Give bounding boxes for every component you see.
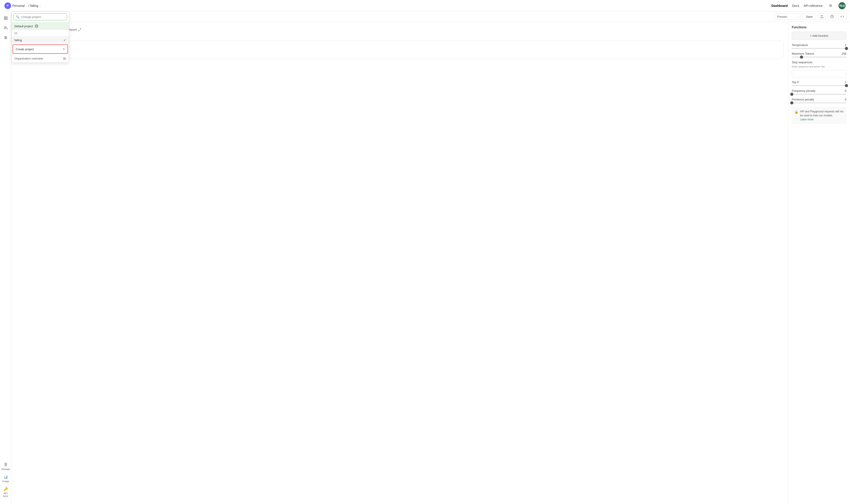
freq-penalty-thumb[interactable]: [790, 93, 793, 96]
history-button[interactable]: [828, 13, 836, 20]
toolbar: gpt-4o gpt-4 gpt-3.5-turbo Presets Save: [12, 12, 850, 22]
org-overview-label: Organization overview: [14, 57, 43, 60]
presence-penalty-slider[interactable]: [792, 103, 847, 103]
falling-project-label: falling: [14, 38, 22, 42]
top-p-value: 1: [845, 80, 847, 84]
project-search-input[interactable]: [21, 15, 65, 19]
sidebar-storage-label: Storage: [1, 468, 10, 470]
falling-project-item[interactable]: falling ✓: [12, 36, 69, 43]
usage-icon: 📊: [3, 475, 8, 479]
svg-rect-1: [6, 17, 7, 18]
toolbar-left: gpt-4o gpt-4 gpt-3.5-turbo: [15, 14, 773, 20]
api-keys-icon: 🔑: [3, 487, 8, 491]
temperature-value: 1: [845, 43, 847, 47]
system-box[interactable]: Enter system instructions: [16, 41, 784, 58]
sidebar-item-api-keys[interactable]: 🔑 API keys: [1, 486, 11, 499]
nav-dashboard[interactable]: Dashboard: [772, 4, 787, 7]
right-panel: Functions + Add function Temperature 1: [788, 22, 850, 504]
top-p-slider[interactable]: [792, 85, 847, 86]
main-layout: 🗄 Storage 📊 Usage 🔑 API keys gpt-4o: [0, 12, 850, 504]
sidebar: 🗄 Storage 📊 Usage 🔑 API keys: [0, 12, 12, 504]
presence-penalty-value: 0: [845, 98, 847, 101]
presets-wrapper: Presets: [774, 14, 801, 20]
sidebar-usage-label: Usage: [2, 480, 9, 483]
create-project-label: Create project: [16, 48, 34, 51]
svg-rect-3: [6, 19, 7, 20]
export-button[interactable]: [818, 13, 826, 20]
sidebar-icon-playground[interactable]: [2, 14, 10, 22]
default-project-item[interactable]: Default project i: [12, 22, 69, 30]
svg-point-9: [6, 37, 7, 38]
create-project-item[interactable]: Create project +: [13, 44, 68, 54]
search-box: 🔍: [14, 14, 67, 20]
plus-icon: +: [63, 47, 65, 51]
sidebar-icon-people[interactable]: [2, 24, 10, 32]
max-tokens-slider[interactable]: [792, 57, 847, 57]
temperature-fill: [792, 48, 847, 49]
freq-penalty-slider[interactable]: [792, 94, 847, 95]
temperature-label: Temperature: [792, 43, 808, 47]
stop-sequences-row: Stop sequences Enter sequence and press …: [792, 60, 847, 77]
stop-seq-hint: Enter sequence and press Tab: [792, 65, 847, 68]
freq-penalty-value: 0: [845, 89, 847, 92]
learn-more-link[interactable]: Learn more: [800, 118, 813, 121]
nav-api-reference[interactable]: API reference: [803, 4, 822, 7]
check-icon: ✓: [64, 38, 66, 42]
chevron-down-icon-project: ⌄: [39, 4, 41, 7]
breadcrumb: Personal ⌄ / falling ⌄: [12, 4, 41, 7]
content-area: gpt-4o gpt-4 gpt-3.5-turbo Presets Save: [12, 12, 850, 504]
personal-avatar[interactable]: P: [4, 2, 11, 9]
svg-rect-2: [4, 19, 5, 20]
svg-line-13: [80, 28, 81, 29]
freq-penalty-row: Frequency penalty 0: [792, 89, 847, 95]
stop-seq-input[interactable]: [792, 70, 847, 77]
svg-point-8: [5, 36, 5, 37]
max-tokens-row: Maximum Tokens 256: [792, 52, 847, 57]
max-tokens-thumb[interactable]: [800, 56, 803, 59]
add-function-button[interactable]: + Add function: [792, 32, 847, 40]
presence-penalty-row: Presence penalty 0: [792, 98, 847, 103]
navbar: P Personal ⌄ / falling ⌄ Dashboard Docs …: [0, 0, 850, 12]
code-button[interactable]: [838, 13, 847, 20]
temperature-slider[interactable]: [792, 48, 847, 49]
max-tokens-value: 256: [842, 52, 847, 55]
presets-select[interactable]: Presets: [774, 14, 801, 20]
lock-icon: 🔒: [794, 110, 798, 122]
save-button[interactable]: Save: [803, 14, 816, 20]
building-icon: 🏛: [63, 57, 66, 60]
info-icon: i: [35, 24, 38, 28]
max-tokens-label: Maximum Tokens: [792, 52, 814, 55]
toolbar-right: Presets Save: [774, 13, 847, 20]
sidebar-item-storage[interactable]: 🗄 Storage: [1, 462, 11, 472]
presence-penalty-thumb[interactable]: [790, 101, 793, 104]
freq-penalty-label: Frequency penalty: [792, 89, 815, 92]
default-project-label: Default project: [14, 24, 33, 28]
top-p-fill: [792, 85, 847, 86]
settings-button[interactable]: ⚙: [827, 2, 834, 9]
section-label-system: SYSTEM: [16, 36, 784, 39]
chevron-down-icon: ⌄: [25, 4, 28, 7]
temperature-thumb[interactable]: [845, 47, 848, 50]
project-dropdown-panel: 🔍 Default project i 11 falling ✓ Create …: [12, 12, 69, 62]
user-avatar[interactable]: 재성: [838, 2, 846, 9]
sidebar-bottom: 🗄 Storage 📊 Usage 🔑 API keys: [1, 462, 11, 501]
breadcrumb-separator: /: [28, 4, 29, 7]
nav-docs[interactable]: Docs: [792, 4, 799, 7]
privacy-text: API and Playground requests will not be …: [800, 110, 843, 117]
svg-point-4: [4, 26, 6, 28]
sidebar-api-keys-label: API keys: [2, 492, 10, 497]
breadcrumb-project[interactable]: falling ⌄: [30, 4, 41, 7]
stop-seq-label: Stop sequences: [792, 60, 812, 64]
top-p-label: Top P: [792, 80, 799, 84]
svg-rect-0: [4, 17, 5, 18]
sidebar-item-usage[interactable]: 📊 Usage: [1, 473, 11, 484]
sidebar-icon-tune[interactable]: [2, 34, 10, 41]
org-overview-item[interactable]: Organization overview 🏛: [12, 55, 69, 62]
privacy-note: 🔒 API and Playground requests will not b…: [792, 107, 847, 124]
storage-icon: 🗄: [4, 463, 7, 467]
presence-penalty-label: Presence penalty: [792, 98, 814, 101]
top-p-thumb[interactable]: [845, 84, 848, 87]
editor-main: gpt-4o ⌃ Compare: [12, 22, 788, 504]
breadcrumb-personal[interactable]: Personal ⌄: [12, 4, 28, 7]
search-wrapper: 🔍: [12, 12, 69, 22]
